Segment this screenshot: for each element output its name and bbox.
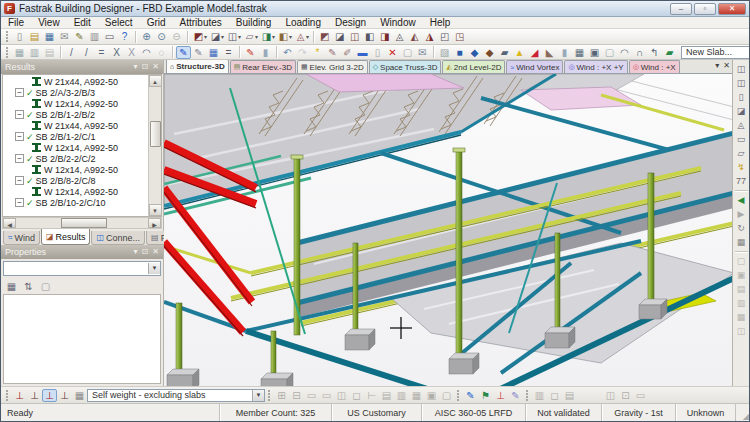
refresh-icon[interactable]: ↻ <box>734 221 749 235</box>
zoom-window-icon[interactable]: ⊙ <box>154 30 169 43</box>
tree-horizontal-scrollbar[interactable]: ◀ ▶ <box>2 217 162 229</box>
tree-row[interactable]: − ✓ SB 2/B/8-2/C/8 <box>3 175 148 186</box>
load-area-icon[interactable]: ▭ <box>304 389 319 402</box>
tree-row[interactable]: − ✓ SB 2/B/1-2/B/2 <box>3 109 148 120</box>
menu-item[interactable]: File <box>1 17 31 28</box>
validate-icon[interactable]: ▢ <box>400 46 415 59</box>
edit-prop-icon[interactable]: ✐ <box>340 46 355 59</box>
dropdown-caret-icon[interactable]: ▾ <box>238 33 241 40</box>
minimize-button[interactable]: – <box>670 3 692 15</box>
scroll-thumb[interactable] <box>61 218 107 228</box>
iso-view-10-icon[interactable]: ◳ <box>452 30 467 43</box>
tab-wind-px[interactable]: ◎ Wind : +X <box>629 60 680 73</box>
marker-icon[interactable]: ✎ <box>508 389 523 402</box>
support-icon[interactable]: ⊥ <box>493 389 508 402</box>
paste-icon[interactable]: ▥ <box>87 30 102 43</box>
copy-item-icon[interactable]: ▯ <box>370 46 385 59</box>
undo-icon[interactable]: ↶ <box>280 46 295 59</box>
toolbar-grip[interactable] <box>6 31 9 42</box>
tab-wind-px-py[interactable]: ◎ Wind : +X +Y <box>564 60 627 73</box>
iso-view-9-icon[interactable]: ◰ <box>437 30 452 43</box>
slope-tool-icon[interactable]: ◣ <box>542 46 557 59</box>
tree-row[interactable]: W 21x44, A992-50 <box>3 120 148 131</box>
truss-tool-icon[interactable]: ▰ <box>662 46 677 59</box>
load-plan-icon[interactable]: ⊞ <box>274 389 289 402</box>
expander-icon[interactable]: − <box>15 88 24 97</box>
load-box-icon[interactable]: ▣ <box>424 389 439 402</box>
tree-row[interactable]: W 12x14, A992-50 <box>3 142 148 153</box>
combo-dropdown-icon[interactable]: ▼ <box>148 263 160 274</box>
dropdown-caret-icon[interactable]: ▾ <box>306 33 309 40</box>
results-panel-header[interactable]: Results ▾ ⊡ ✕ <box>1 60 163 74</box>
con-parallel-icon[interactable]: = <box>94 46 109 59</box>
arc-tool-icon[interactable]: ◠ <box>617 46 632 59</box>
dropdown-caret-icon[interactable]: ▾ <box>272 33 275 40</box>
iso-view-7-icon[interactable]: ◭ <box>407 30 422 43</box>
portal-tool-icon[interactable]: ∩ <box>632 46 647 59</box>
menu-item[interactable]: Edit <box>67 17 98 28</box>
property-pages-icon[interactable]: ▢ <box>38 280 53 293</box>
beam-section-icon[interactable]: ◫ <box>734 62 749 76</box>
properties-panel-header[interactable]: Properties ▾ ⊡ ✕ <box>1 245 163 259</box>
layout-icon[interactable]: ▤ <box>562 389 577 402</box>
details-icon[interactable]: ▦ <box>734 235 749 249</box>
menu-item[interactable]: View <box>31 17 67 28</box>
load-sheet-icon[interactable]: ▥ <box>394 389 409 402</box>
scroll-track[interactable] <box>16 218 148 228</box>
report-panel-icon[interactable]: ▥ <box>734 296 749 310</box>
toolbar-grip[interactable] <box>526 390 529 401</box>
title-bar[interactable]: F Fastrak Building Designer - FBD Exampl… <box>1 1 749 17</box>
save-icon[interactable]: ▦ <box>42 30 57 43</box>
con-circle-icon[interactable]: ◌ <box>154 46 169 59</box>
iso-view-1-icon[interactable]: ◩ <box>317 30 332 43</box>
tab-rear-elev-3d[interactable]: ▤ Rear Elev.-3D <box>230 60 296 73</box>
load-perp-icon[interactable]: ⊢ <box>364 389 379 402</box>
dropdown-caret-icon[interactable]: ▾ <box>255 33 258 40</box>
tab-2nd-level-2d[interactable]: ◭ 2nd Level-2D <box>442 60 505 73</box>
send-icon[interactable]: ✉ <box>57 30 72 43</box>
pin-icon[interactable]: ⊡ <box>142 60 149 74</box>
view-render-icon[interactable]: ◨▾ <box>259 30 276 43</box>
design-panel-icon[interactable]: ▣ <box>734 268 749 282</box>
loadcase-3-icon[interactable]: ⊥ <box>42 389 57 402</box>
panel-tab-wind[interactable]: ≈ Wind <box>3 231 40 245</box>
iso-view-2-icon[interactable]: ◪ <box>332 30 347 43</box>
tree-row[interactable]: W 12x14, A992-50 <box>3 164 148 175</box>
resize-grip-icon[interactable]: ◢ <box>735 404 749 421</box>
hatch-icon[interactable]: ▨ <box>437 46 452 59</box>
deck-section-icon[interactable]: ▱ <box>734 146 749 160</box>
loadcase-2-icon[interactable]: ⊥ <box>27 389 42 402</box>
joist-section-icon[interactable]: ▭ <box>734 132 749 146</box>
archive-icon[interactable]: ▭ <box>633 389 648 402</box>
tab-structure-3d[interactable]: ⌂ Structure-3D <box>166 60 229 73</box>
toolbar-grip[interactable] <box>6 47 9 58</box>
con-arc-icon[interactable]: ◠ <box>139 46 154 59</box>
toolbar-grip[interactable] <box>268 390 271 401</box>
zoom-out-icon[interactable]: ⊖ <box>169 30 184 43</box>
new-slab-combo[interactable]: New Slab... ▼ <box>681 46 749 59</box>
scroll-up-icon[interactable]: ▲ <box>149 75 162 87</box>
sync-icon[interactable]: ◫ <box>603 389 618 402</box>
loadcase-4-icon[interactable]: ⊥ <box>57 389 72 402</box>
column-section-icon[interactable]: ◫ <box>734 76 749 90</box>
view-wire-icon[interactable]: ◪▾ <box>208 30 225 43</box>
restore-button[interactable]: ▫ <box>694 3 716 15</box>
close-button[interactable]: ✕ <box>718 3 746 15</box>
pin-icon[interactable]: ⊡ <box>142 245 149 259</box>
help-icon[interactable]: ? <box>117 30 132 43</box>
toolbar-grip[interactable] <box>6 390 9 401</box>
expander-icon[interactable]: − <box>15 110 24 119</box>
save-view-icon[interactable]: ▦ <box>206 46 221 59</box>
tab-space-truss-3d[interactable]: ◇ Space Truss-3D <box>369 60 442 73</box>
column-tool-icon[interactable]: ■ <box>452 46 467 59</box>
delete-icon[interactable]: ✕ <box>385 46 400 59</box>
snapshot-icon[interactable]: ▥ <box>532 389 547 402</box>
move-icon[interactable]: ▬ <box>355 46 370 59</box>
print-icon[interactable]: ▭ <box>102 30 117 43</box>
menu-item[interactable]: Select <box>98 17 140 28</box>
scroll-left-icon[interactable]: ◀ <box>3 218 16 228</box>
con-delete-icon[interactable]: X <box>124 46 139 59</box>
flag-icon[interactable]: ⚑ <box>478 389 493 402</box>
panel-tool-icon[interactable]: ▢ <box>602 46 617 59</box>
loadcase-combo[interactable]: Self weight - excluding slabs ▼ <box>87 389 265 402</box>
